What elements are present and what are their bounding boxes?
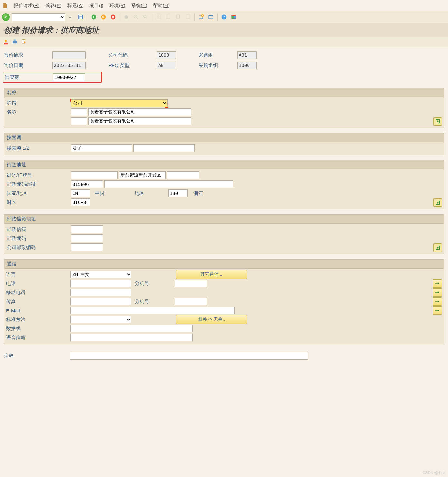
- email-label: E-Mail: [6, 308, 69, 313]
- supplier-label: 供应商: [5, 74, 53, 81]
- svg-text:+: +: [146, 14, 148, 17]
- mobile-more-button[interactable]: [433, 288, 442, 297]
- svg-rect-3: [79, 17, 82, 19]
- prev-page-icon: [165, 13, 172, 21]
- email-input[interactable]: [70, 307, 235, 314]
- menu-rfq[interactable]: 报价请求(R): [14, 3, 40, 9]
- menu-edit[interactable]: 编辑(E): [45, 3, 62, 9]
- svg-rect-32: [14, 39, 16, 41]
- lang-label: 语言: [6, 272, 69, 278]
- rfq-label: 报价请求: [4, 52, 52, 58]
- dependent-button[interactable]: 相关 -> 无关..: [176, 315, 247, 324]
- region-input[interactable]: [168, 189, 188, 197]
- cancel-icon[interactable]: [109, 13, 117, 21]
- supplier-input[interactable]: [53, 73, 85, 81]
- first-page-icon: [155, 13, 163, 21]
- menu-env[interactable]: 环境(V): [109, 3, 125, 9]
- new-session-icon[interactable]: +: [197, 13, 205, 21]
- name2-prefix-input[interactable]: [71, 117, 87, 125]
- comm-panel: 通信 语言 ZH 中文 其它通信... 电话 分机号 移动电话: [4, 259, 444, 344]
- back-green-icon[interactable]: [90, 13, 98, 21]
- enter-button[interactable]: ✔: [2, 13, 10, 21]
- houseno-input[interactable]: [167, 171, 199, 179]
- street-label: 街道/门牌号: [6, 172, 70, 178]
- comment-input[interactable]: [70, 352, 308, 360]
- pobox-zip-input[interactable]: [71, 234, 103, 242]
- svg-text:«: «: [69, 15, 72, 20]
- search1-input[interactable]: [71, 144, 132, 152]
- svg-rect-33: [14, 43, 16, 44]
- email-more-button[interactable]: [433, 306, 442, 315]
- expand-pobox-button[interactable]: [433, 243, 442, 252]
- tel-more-button[interactable]: [433, 279, 442, 288]
- command-field[interactable]: [12, 13, 65, 21]
- name1-input[interactable]: [88, 108, 191, 116]
- layout-icon[interactable]: [230, 13, 238, 21]
- svg-rect-2: [79, 15, 82, 17]
- pobox-input[interactable]: [71, 225, 103, 233]
- fax-ext-label: 分机号: [133, 299, 173, 305]
- last-page-icon: [184, 13, 192, 21]
- help-icon[interactable]: ?: [220, 13, 228, 21]
- tel-input[interactable]: [70, 280, 131, 287]
- cc-field: 1000: [157, 51, 176, 59]
- other-comm-button[interactable]: 其它通信...: [176, 270, 247, 279]
- voice-input[interactable]: [70, 334, 193, 341]
- exit-icon[interactable]: [100, 13, 107, 21]
- name-prefix-input[interactable]: [71, 108, 87, 116]
- save-icon[interactable]: [77, 13, 84, 21]
- pobox-panel-header: 邮政信箱地址: [4, 215, 444, 224]
- expand-address-button[interactable]: [433, 198, 442, 207]
- sub-toolbar: [0, 37, 448, 47]
- svg-rect-9: [125, 18, 127, 19]
- pobox-zip-label: 邮政编码: [6, 235, 70, 242]
- voice-label: 语音信箱: [6, 335, 69, 341]
- street1-input[interactable]: [71, 171, 118, 179]
- data-input[interactable]: [70, 325, 193, 332]
- svg-text:+: +: [202, 14, 203, 17]
- tz-input[interactable]: [71, 198, 90, 206]
- city-input[interactable]: [104, 180, 233, 188]
- name2-input[interactable]: [88, 117, 191, 125]
- print-icon: [122, 13, 130, 21]
- country-label: 国家/地区: [6, 190, 70, 196]
- back-icon[interactable]: «: [67, 13, 75, 21]
- expand-name-button[interactable]: [433, 117, 442, 126]
- fax-input[interactable]: [70, 298, 131, 305]
- svg-point-10: [134, 15, 137, 18]
- supplier-highlight: 供应商: [3, 72, 102, 83]
- pg-label: 采购组: [199, 52, 237, 58]
- search2-input[interactable]: [133, 144, 195, 152]
- svg-rect-23: [209, 15, 213, 16]
- menu-help[interactable]: 帮助(H): [153, 3, 170, 9]
- pobox-panel: 邮政信箱地址 邮政信箱 邮政编码 公司邮政编码: [4, 214, 444, 254]
- find-icon: [132, 13, 140, 21]
- menu-item[interactable]: 项目(I): [89, 3, 103, 9]
- country-input[interactable]: [71, 189, 90, 197]
- svg-rect-15: [157, 15, 160, 19]
- rfq-field: [52, 51, 86, 59]
- tel-ext-input[interactable]: [175, 280, 207, 287]
- std-select[interactable]: [70, 316, 131, 323]
- svg-rect-16: [167, 15, 170, 19]
- street2-input[interactable]: [119, 171, 166, 179]
- pobox-label: 邮政信箱: [6, 226, 70, 233]
- po-label: 采购组织: [199, 62, 237, 69]
- edit-icon[interactable]: [21, 39, 27, 46]
- mobile-input[interactable]: [70, 289, 131, 296]
- shortcut-icon[interactable]: [207, 13, 215, 21]
- pobox-cc-input[interactable]: [71, 243, 103, 251]
- svg-rect-28: [232, 16, 234, 19]
- title-select[interactable]: 公司: [71, 99, 168, 107]
- cc-label: 公司代码: [108, 52, 157, 58]
- print-preview-icon[interactable]: [12, 39, 18, 46]
- name-panel: 名称 称谓 公司 名称: [4, 88, 444, 128]
- address-panel-header: 街道地址: [4, 160, 444, 169]
- zip-input[interactable]: [71, 180, 103, 188]
- fax-more-button[interactable]: [433, 297, 442, 306]
- menu-title[interactable]: 标题(A): [67, 3, 83, 9]
- fax-ext-input[interactable]: [175, 298, 207, 305]
- lang-select[interactable]: ZH 中文: [70, 271, 131, 278]
- user-icon[interactable]: [3, 39, 9, 46]
- menu-sys[interactable]: 系统(Y): [131, 3, 147, 9]
